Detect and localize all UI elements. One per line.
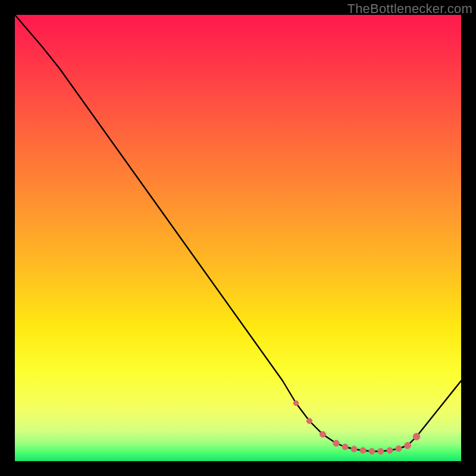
marker-point [378,449,384,455]
marker-point [306,418,312,424]
marker-point [360,447,366,453]
marker-point [351,446,357,452]
chart-frame [15,15,461,461]
marker-point [387,447,393,453]
plot-area [15,15,461,461]
marker-point [396,446,402,452]
marker-point [342,444,348,450]
watermark-text: TheBottlenecker.com [347,1,472,17]
marker-point [293,400,298,405]
marker-group [293,400,420,454]
marker-point [413,433,420,440]
marker-point [333,440,339,446]
marker-point [320,431,326,437]
bottleneck-curve [15,15,461,452]
marker-point [405,442,411,449]
marker-point [369,449,375,455]
curve-layer [15,15,461,461]
